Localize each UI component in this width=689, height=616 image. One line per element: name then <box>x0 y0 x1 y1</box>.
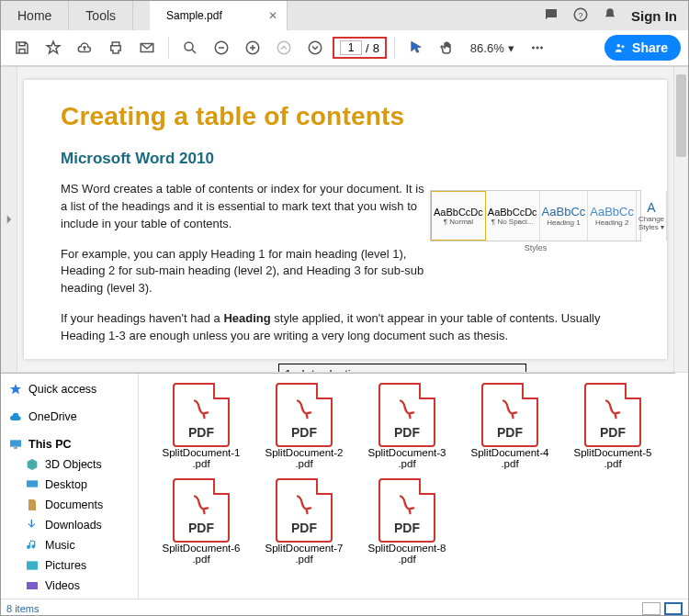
documents-icon <box>25 498 40 512</box>
zoom-in-icon[interactable] <box>239 34 266 62</box>
more-icon[interactable] <box>524 34 551 62</box>
pdf-file-icon: PDF <box>378 383 435 447</box>
file-name: SplitDocument-5 <box>573 447 651 458</box>
page-sep: / <box>366 41 369 55</box>
pdf-file-icon: PDF <box>378 478 435 543</box>
file-item[interactable]: PDF SplitDocument-5 .pdf <box>561 383 664 469</box>
nav-music[interactable]: Music <box>5 535 134 555</box>
bell-icon[interactable] <box>602 6 618 26</box>
file-ext: .pdf <box>192 554 209 565</box>
page-total: 8 <box>373 41 379 55</box>
acrobat-window: Home Tools Sample.pdf ✕ ? Sign In / 8 <box>1 1 688 373</box>
file-item[interactable]: PDF SplitDocument-7 .pdf <box>253 478 356 565</box>
svg-point-5 <box>277 41 290 54</box>
nav-pictures[interactable]: Pictures <box>5 555 134 576</box>
paragraph-2: For example, you can apply Heading 1 for… <box>61 246 428 298</box>
select-tool-icon[interactable] <box>402 34 430 62</box>
zoom-out-icon[interactable] <box>208 34 235 62</box>
file-ext: .pdf <box>192 458 209 469</box>
page-indicator: / 8 <box>333 37 387 59</box>
close-icon[interactable]: ✕ <box>268 9 277 22</box>
nav-documents[interactable]: Documents <box>5 495 134 515</box>
pictures-icon <box>25 558 40 573</box>
app-tabs: Home Tools Sample.pdf ✕ ? Sign In <box>1 1 688 30</box>
nav-onedrive[interactable]: OneDrive <box>5 407 134 427</box>
zoom-value: 86.6% <box>470 41 504 55</box>
document-tab[interactable]: Sample.pdf ✕ <box>150 1 288 30</box>
svg-point-6 <box>309 41 322 54</box>
hand-tool-icon[interactable] <box>434 34 461 62</box>
save-icon[interactable] <box>8 34 36 62</box>
share-label: Share <box>632 40 668 55</box>
status-item-count: 8 items <box>6 603 39 614</box>
svg-rect-12 <box>14 447 17 448</box>
vertical-scrollbar[interactable] <box>673 67 688 372</box>
toolbar: / 8 86.6% ▾ Share <box>1 30 688 67</box>
nav-videos[interactable]: Videos <box>5 576 134 596</box>
monitor-icon <box>8 437 23 452</box>
file-item[interactable]: PDF SplitDocument-6 .pdf <box>150 478 253 565</box>
sign-in-button[interactable]: Sign In <box>631 8 677 24</box>
styles-caption: Styles <box>430 243 641 252</box>
nav-3d-objects[interactable]: 3D Objects <box>5 454 134 475</box>
view-details-icon[interactable] <box>642 602 661 615</box>
svg-point-8 <box>537 47 538 49</box>
help-icon[interactable]: ? <box>572 6 589 26</box>
svg-point-10 <box>617 44 621 48</box>
pdf-file-icon: PDF <box>276 383 333 447</box>
page-current-input[interactable] <box>340 40 362 55</box>
print-icon[interactable] <box>102 34 130 62</box>
file-item[interactable]: PDF SplitDocument-8 .pdf <box>356 478 458 565</box>
pdf-file-icon: PDF <box>173 478 230 543</box>
share-button[interactable]: Share <box>604 35 681 61</box>
nav-downloads[interactable]: Downloads <box>5 515 134 535</box>
search-icon[interactable] <box>176 34 204 62</box>
file-item[interactable]: PDF SplitDocument-4 .pdf <box>458 383 561 469</box>
tab-home[interactable]: Home <box>1 1 69 30</box>
svg-point-7 <box>532 47 534 49</box>
downloads-icon <box>25 518 40 532</box>
pdf-page: Creating a table of contents Microsoft W… <box>24 80 667 359</box>
chevron-down-icon: ▾ <box>508 41 514 55</box>
tab-tools[interactable]: Tools <box>69 1 133 30</box>
cloud-blue-icon <box>8 409 23 424</box>
file-name: SplitDocument-3 <box>367 447 446 458</box>
file-name: SplitDocument-2 <box>265 447 343 458</box>
svg-rect-15 <box>27 582 38 589</box>
page-subtitle: Microsoft Word 2010 <box>61 150 630 168</box>
file-ext: .pdf <box>295 458 312 469</box>
file-item[interactable]: PDF SplitDocument-2 .pdf <box>253 383 356 469</box>
svg-point-9 <box>540 47 542 49</box>
view-icons-icon[interactable] <box>664 602 683 615</box>
svg-rect-13 <box>27 480 38 487</box>
zoom-dropdown[interactable]: 86.6% ▾ <box>465 41 520 55</box>
page-down-icon[interactable] <box>301 34 329 62</box>
star-icon[interactable] <box>40 34 67 62</box>
file-name: SplitDocument-1 <box>162 447 240 458</box>
svg-text:?: ? <box>578 10 582 19</box>
nav-desktop[interactable]: Desktop <box>5 475 134 495</box>
paragraph-3: If your headings haven't had a Heading s… <box>61 310 630 345</box>
pdf-file-icon: PDF <box>481 383 538 447</box>
videos-icon <box>25 578 40 593</box>
file-name: SplitDocument-4 <box>470 447 548 458</box>
chat-icon[interactable] <box>543 6 559 26</box>
styles-ribbon-image: AaBbCcDc¶ Normal AaBbCcDc¶ No Spaci... A… <box>430 190 641 241</box>
file-name: SplitDocument-6 <box>162 543 240 554</box>
file-item[interactable]: PDF SplitDocument-3 .pdf <box>356 383 458 469</box>
music-icon <box>25 538 40 553</box>
sidebar-toggle[interactable] <box>1 67 17 372</box>
file-ext: .pdf <box>501 458 518 469</box>
share-person-icon <box>614 41 627 54</box>
svg-rect-11 <box>10 440 21 446</box>
toc-diagram: Heading 1 1. Introduction <box>116 364 630 372</box>
nav-this-pc[interactable]: This PC <box>5 434 134 454</box>
explorer-nav: Quick access OneDrive This PC 3D Objects… <box>1 374 139 616</box>
pdf-file-icon: PDF <box>584 383 641 447</box>
nav-quick-access[interactable]: Quick access <box>5 379 134 399</box>
cloud-icon[interactable] <box>71 34 98 62</box>
file-item[interactable]: PDF SplitDocument-1 .pdf <box>150 383 253 469</box>
mail-icon[interactable] <box>133 34 161 62</box>
file-grid: PDF SplitDocument-1 .pdf PDF SplitDocume… <box>139 374 675 616</box>
page-up-icon[interactable] <box>270 34 298 62</box>
